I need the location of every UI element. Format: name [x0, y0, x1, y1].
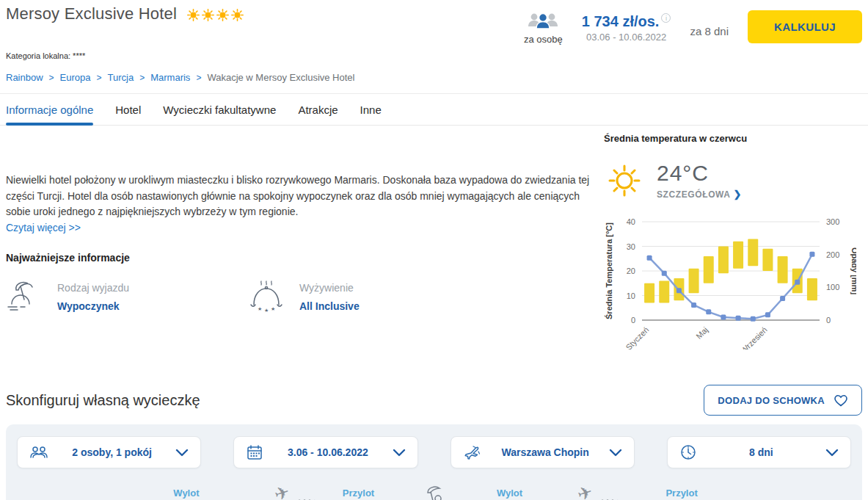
price-amount: 1 734 zł/os. [582, 13, 660, 29]
beach-vacation-icon [6, 280, 44, 314]
route-label: Przylot [641, 488, 723, 499]
hotel-page: Mersoy Exclusive Hotel za osobę [0, 0, 868, 500]
key-info-label: Wyżywienie [299, 282, 360, 294]
all-inclusive-icon: ★ ★ ★ [248, 280, 286, 314]
configure-header: Skonfiguruj własną wycieczkę DODAJ DO SC… [0, 385, 868, 416]
hotel-description: Niewielki hotel położony w urokliwym mia… [6, 173, 593, 220]
chevron-down-icon [175, 449, 189, 457]
route-label: Przylot [338, 488, 379, 499]
breadcrumb-current: Wakacje w Mersoy Exclusive Hotel [207, 72, 354, 83]
breadcrumb-link-turcja[interactable]: Turcja [108, 72, 134, 83]
svg-text:Wrzesień: Wrzesień [739, 325, 769, 349]
weather-column: Średnia temperatura w czerwcu 24°C SZCZE… [604, 126, 862, 352]
tab-informacje-ogolne[interactable]: Informacje ogólne [6, 94, 93, 125]
key-info-item-board: ★ ★ ★ Wyżywienie All Inclusive [248, 280, 435, 314]
main-content: Niewielki hotel położony w urokliwym mia… [0, 126, 868, 352]
average-temperature: 24°C [657, 161, 742, 186]
chevron-right-icon: > [97, 73, 102, 83]
svg-text:★: ★ [264, 308, 269, 313]
chevron-down-icon [609, 449, 622, 457]
selector-row: 2 osoby, 1 pokój 3.06 - 10 [17, 436, 851, 468]
svg-text:30: 30 [627, 242, 635, 251]
route-station-arrival-1: Przylot Dalaman [338, 488, 379, 500]
key-info-value: All Inclusive [299, 300, 360, 312]
sun-icon [604, 160, 645, 201]
key-info-item-trip-type: Rodzaj wyjazdu Wypoczynek [6, 280, 193, 314]
configure-title: Skonfiguruj własną wycieczkę [6, 392, 200, 409]
svg-text:200: 200 [826, 250, 839, 259]
svg-text:Maj: Maj [694, 325, 710, 341]
trip-configurator-panel: 2 osoby, 1 pokój 3.06 - 10 [6, 424, 862, 500]
breadcrumb-link-rainbow[interactable]: Rainbow [6, 72, 43, 83]
duration-selector[interactable]: 8 dni [667, 436, 851, 468]
sun-rating-icon [202, 9, 214, 21]
breadcrumb-link-europa[interactable]: Europa [60, 72, 91, 83]
calculate-button[interactable]: KALKULUJ [748, 10, 862, 43]
svg-text:Średnia Temperatura [°C]: Średnia Temperatura [°C] [605, 222, 613, 319]
tab-hotel[interactable]: Hotel [115, 94, 141, 125]
plane-icon [463, 443, 482, 461]
tab-wycieczki-fakultatywne[interactable]: Wycieczki fakultatywne [163, 94, 276, 125]
route-connector [384, 479, 485, 500]
svg-text:20: 20 [627, 267, 635, 275]
chevron-right-icon: > [49, 73, 54, 83]
star-rating [187, 9, 244, 21]
price-block: 1 734 zł/os.i 03.06 - 10.06.2022 [582, 13, 671, 43]
clock-icon [679, 443, 697, 461]
chevron-down-icon [825, 449, 839, 457]
departure-airport-selector[interactable]: Warszawa Chopin [451, 436, 635, 468]
local-category: Kategoria lokalna: **** [6, 51, 862, 60]
svg-text:0: 0 [826, 316, 831, 325]
flight-route: Wylot Warszawa Chopin ✈ Przylot Dalaman [17, 479, 851, 500]
route-label: Wylot [145, 488, 227, 499]
clipboard-button-label: DODAJ DO SCHOWKA [718, 395, 825, 406]
per-person-label: za osobę [524, 34, 563, 45]
weather-title: Średnia temperatura w czerwcu [604, 133, 862, 144]
breadcrumb-link-marmaris[interactable]: Marmaris [150, 72, 190, 83]
plane-icon: ✈ [272, 482, 292, 500]
svg-text:★: ★ [271, 306, 275, 311]
key-info-value: Wypoczynek [57, 300, 129, 312]
route-station-arrival-2: Przylot Warszawa Chopin [641, 488, 723, 500]
travellers-selector[interactable]: 2 osoby, 1 pokój [17, 436, 201, 468]
climate-chart: 0102030400100200300Średnia Temperatura [… [604, 211, 856, 349]
breadcrumb: Rainbow > Europa > Turcja > Marmaris > W… [6, 72, 862, 93]
travellers-value: 2 osoby, 1 pokój [48, 446, 175, 458]
svg-text:40: 40 [627, 217, 635, 226]
tab-atrakcje[interactable]: Atrakcje [298, 94, 338, 125]
add-to-clipboard-button[interactable]: DODAJ DO SCHOWKA [704, 385, 862, 416]
chevron-right-icon: > [196, 73, 201, 83]
read-more-link[interactable]: Czytaj więcej >> [6, 222, 81, 233]
svg-text:0: 0 [631, 316, 635, 325]
info-icon[interactable]: i [661, 13, 671, 23]
key-info-list: Rodzaj wyjazdu Wypoczynek ★ ★ ★ [6, 280, 597, 314]
route-station-departure-1: Wylot Warszawa Chopin [145, 488, 227, 500]
dates-selector[interactable]: 3.06 - 10.06.2022 [233, 436, 417, 468]
departure-airport-value: Warszawa Chopin [482, 446, 609, 458]
key-info-label: Rodzaj wyjazdu [57, 282, 129, 294]
calendar-icon [246, 443, 263, 461]
beach-icon [426, 487, 441, 500]
page-title: Mersoy Exclusive Hotel [6, 4, 177, 23]
svg-text:300: 300 [826, 217, 839, 226]
svg-text:Styczeń: Styczeń [624, 325, 650, 349]
route-station-departure-2: Wylot Dalaman [489, 488, 530, 500]
route-connector: ✈ [232, 479, 333, 500]
per-person-block: za osobę [524, 12, 563, 45]
sun-rating-icon [231, 9, 244, 21]
key-info-title: Najważniejsze informacje [6, 252, 597, 264]
heart-icon [834, 394, 848, 407]
overview-column: Niewielki hotel położony w urokliwym mia… [6, 126, 597, 352]
detailed-weather-link[interactable]: SZCZEGÓŁOWA❯ [657, 189, 742, 200]
tab-inne[interactable]: Inne [360, 94, 382, 125]
price-dates: 03.06 - 10.06.2022 [582, 32, 671, 43]
sun-rating-icon [187, 9, 200, 21]
chevron-right-icon: ❯ [734, 189, 743, 200]
trip-duration: za 8 dni [690, 25, 729, 37]
duration-value: 8 dni [697, 446, 825, 458]
svg-text:Opady [mm]: Opady [mm] [850, 247, 856, 295]
route-label: Wylot [489, 488, 530, 499]
svg-text:100: 100 [826, 283, 839, 291]
page-header: Mersoy Exclusive Hotel za osobę [0, 0, 868, 93]
svg-text:★: ★ [258, 306, 262, 311]
